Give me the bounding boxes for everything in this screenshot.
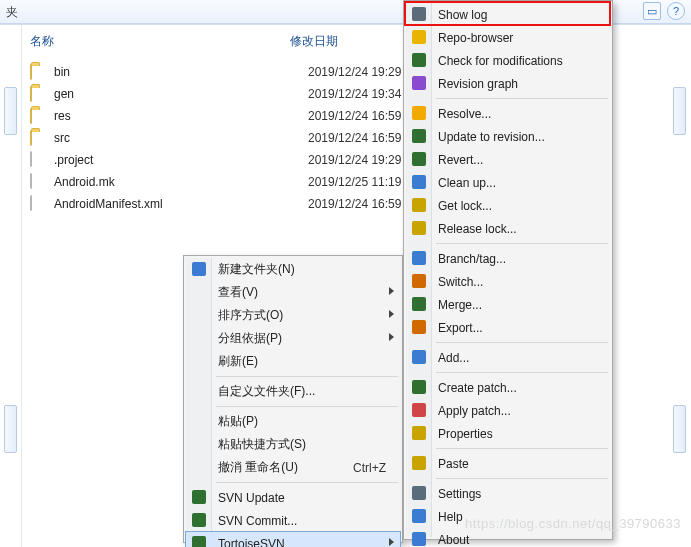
help-icon: [411, 508, 427, 524]
graph-icon: [411, 75, 427, 91]
menu-show-log[interactable]: Show log: [406, 3, 610, 26]
menu-label: 粘贴快捷方式(S): [218, 436, 306, 453]
file-date: 2019/12/24 16:59: [308, 131, 401, 145]
merge-icon: [411, 296, 427, 312]
menu-properties[interactable]: Properties: [406, 422, 610, 445]
help-icon[interactable]: ?: [667, 2, 685, 20]
menu-label: Create patch...: [438, 381, 517, 395]
switch-icon: [411, 273, 427, 289]
apply-patch-icon: [411, 402, 427, 418]
menu-undo-rename[interactable]: 撤消 重命名(U) Ctrl+Z: [186, 456, 400, 479]
column-name[interactable]: 名称: [30, 33, 290, 50]
menu-get-lock[interactable]: Get lock...: [406, 194, 610, 217]
menu-new-folder[interactable]: 新建文件夹(N): [186, 258, 400, 281]
submenu-arrow-icon: [389, 538, 394, 546]
menu-export[interactable]: Export...: [406, 316, 610, 339]
menu-create-patch[interactable]: Create patch...: [406, 376, 610, 399]
file-name: gen: [54, 87, 308, 101]
tortoisesvn-submenu: Show log Repo-browser Check for modifica…: [403, 0, 613, 540]
nav-toggle-icon[interactable]: [4, 87, 17, 135]
menu-branch-tag[interactable]: Branch/tag...: [406, 247, 610, 270]
menu-cleanup[interactable]: Clean up...: [406, 171, 610, 194]
folder-icon: [30, 64, 48, 80]
menu-label: SVN Update: [218, 491, 285, 505]
menu-label: 粘贴(P): [218, 413, 258, 430]
file-name: src: [54, 131, 308, 145]
menu-revision-graph[interactable]: Revision graph: [406, 72, 610, 95]
about-icon: [411, 531, 427, 547]
branch-icon: [411, 250, 427, 266]
menu-label: Update to revision...: [438, 130, 545, 144]
menu-label: Paste: [438, 457, 469, 471]
menu-merge[interactable]: Merge...: [406, 293, 610, 316]
menu-label: TortoiseSVN: [218, 537, 285, 548]
check-icon: [411, 52, 427, 68]
menu-label: 分组依据(P): [218, 330, 282, 347]
menu-label: Help: [438, 510, 463, 524]
create-patch-icon: [411, 379, 427, 395]
menu-label: 自定义文件夹(F)...: [218, 383, 315, 400]
menu-label: 撤消 重命名(U): [218, 459, 298, 476]
explorer-context-menu: 新建文件夹(N) 查看(V) 排序方式(O) 分组依据(P) 刷新(E) 自定义…: [183, 255, 403, 543]
menu-label: Resolve...: [438, 107, 491, 121]
file-date: 2019/12/24 19:29: [308, 65, 401, 79]
export-icon: [411, 319, 427, 335]
menu-repo-browser[interactable]: Repo-browser: [406, 26, 610, 49]
menu-sort[interactable]: 排序方式(O): [186, 304, 400, 327]
menu-resolve[interactable]: Resolve...: [406, 102, 610, 125]
menu-view[interactable]: 查看(V): [186, 281, 400, 304]
menu-release-lock[interactable]: Release lock...: [406, 217, 610, 240]
menu-settings[interactable]: Settings: [406, 482, 610, 505]
menu-label: 排序方式(O): [218, 307, 283, 324]
menu-label: 查看(V): [218, 284, 258, 301]
menu-refresh[interactable]: 刷新(E): [186, 350, 400, 373]
menu-svn-update[interactable]: SVN Update: [186, 486, 400, 509]
menu-label: Show log: [438, 8, 487, 22]
clean-icon: [411, 174, 427, 190]
menu-customize-folder[interactable]: 自定义文件夹(F)...: [186, 380, 400, 403]
menu-separator: [436, 342, 608, 343]
nav-toggle-icon[interactable]: [4, 405, 17, 453]
menu-label: Export...: [438, 321, 483, 335]
file-name: .project: [54, 153, 308, 167]
menu-separator: [436, 448, 608, 449]
preview-toggle-icon[interactable]: [673, 405, 686, 453]
menu-svn-commit[interactable]: SVN Commit...: [186, 509, 400, 532]
menu-apply-patch[interactable]: Apply patch...: [406, 399, 610, 422]
menu-label: Properties: [438, 427, 493, 441]
unlock-icon: [411, 220, 427, 236]
file-date: 2019/12/25 11:19: [308, 175, 401, 189]
menu-revert[interactable]: Revert...: [406, 148, 610, 171]
paste-icon: [411, 455, 427, 471]
menu-paste-shortcut[interactable]: 粘贴快捷方式(S): [186, 433, 400, 456]
gear-icon: [411, 485, 427, 501]
folder-icon: [30, 108, 48, 124]
file-date: 2019/12/24 16:59: [308, 197, 401, 211]
menu-separator: [216, 376, 398, 377]
menu-svn-paste[interactable]: Paste: [406, 452, 610, 475]
menu-label: Get lock...: [438, 199, 492, 213]
file-date: 2019/12/24 19:29: [308, 153, 401, 167]
menu-label: Check for modifications: [438, 54, 563, 68]
preview-pane-icon[interactable]: ▭: [643, 2, 661, 20]
menu-label: Settings: [438, 487, 481, 501]
menu-label: Clean up...: [438, 176, 496, 190]
update-icon: [411, 128, 427, 144]
menu-separator: [436, 478, 608, 479]
menu-check-mods[interactable]: Check for modifications: [406, 49, 610, 72]
menu-label: 新建文件夹(N): [218, 261, 295, 278]
file-name: AndroidManifest.xml: [54, 197, 308, 211]
menu-update-to-revision[interactable]: Update to revision...: [406, 125, 610, 148]
menu-label: Apply patch...: [438, 404, 511, 418]
menu-paste[interactable]: 粘贴(P): [186, 410, 400, 433]
svn-update-icon: [191, 489, 207, 505]
submenu-arrow-icon: [389, 287, 394, 295]
menu-label: SVN Commit...: [218, 514, 297, 528]
menu-separator: [436, 243, 608, 244]
menu-label: Branch/tag...: [438, 252, 506, 266]
menu-add[interactable]: Add...: [406, 346, 610, 369]
menu-switch[interactable]: Switch...: [406, 270, 610, 293]
menu-tortoisesvn[interactable]: TortoiseSVN: [186, 532, 400, 547]
menu-group[interactable]: 分组依据(P): [186, 327, 400, 350]
folder-icon: [30, 86, 48, 102]
